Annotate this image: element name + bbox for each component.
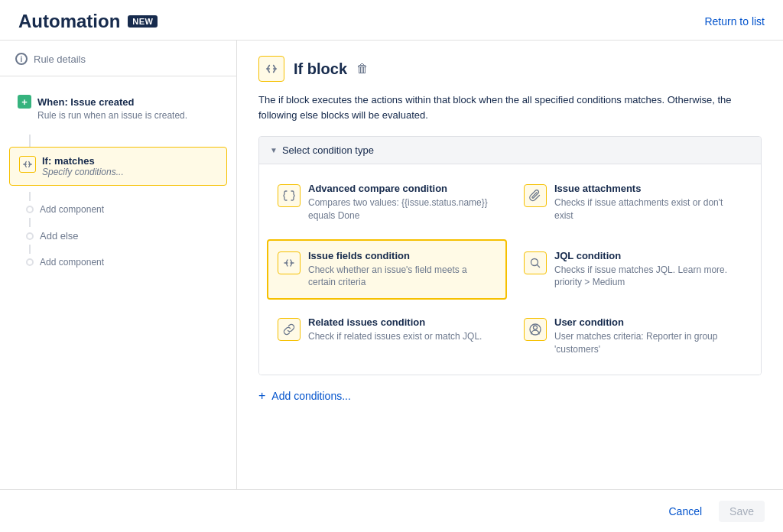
condition-card-issue-fields[interactable]: Issue fields condition Check whether an … [267,239,507,300]
panel-title: If block [294,60,347,78]
when-block[interactable]: + When: Issue created Rule is run when a… [0,87,236,128]
if-block-text: If: matches Specify conditions... [42,155,124,177]
conditions-grid: Advanced compare condition Compares two … [259,164,761,375]
add-else-dot [26,232,34,240]
when-block-header: + When: Issue created [18,95,221,109]
paperclip-icon [524,184,547,207]
related-issues-desc: Check if related issues exist or match J… [308,330,482,343]
add-component-label-1: Add component [40,204,104,215]
new-badge: NEW [128,15,158,28]
condition-card-related-issues[interactable]: Related issues condition Check if relate… [267,306,507,367]
rule-details-label: Rule details [34,54,86,65]
chevron-icon: ▼ [270,146,278,154]
related-issues-text: Related issues condition Check if relate… [308,316,482,343]
user-condition-desc: User matches criteria: Reporter in group… [554,330,742,356]
jql-text: JQL condition Checks if issue matches JQ… [554,250,742,290]
issue-fields-text: Issue fields condition Check whether an … [308,250,496,290]
add-component-row-1[interactable]: Add component [26,204,104,215]
add-component-dot-2 [26,258,34,266]
issue-attachments-desc: Checks if issue attachments exist or don… [554,196,742,222]
condition-selector-header[interactable]: ▼ Select condition type [259,137,761,164]
footer: Cancel Save [0,489,783,532]
panel-icon-box [258,56,284,82]
add-component-section-1: Add component Add else Add component [0,192,236,271]
user-condition-title: User condition [554,316,742,328]
plus-icon: + [18,95,31,109]
if-block-title: If: matches [42,155,124,167]
header: Automation NEW Return to list [0,0,783,41]
save-button[interactable]: Save [719,501,765,522]
when-description: Rule is run when an issue is created. [18,110,221,121]
user-condition-text: User condition User matches criteria: Re… [554,316,742,356]
add-conditions-row[interactable]: + Add conditions... [258,389,762,403]
issue-fields-title: Issue fields condition [308,250,496,261]
condition-card-user[interactable]: User condition User matches criteria: Re… [513,306,753,367]
condition-card-advanced-compare[interactable]: Advanced compare condition Compares two … [267,172,507,233]
if-block-sidebar-item[interactable]: If: matches Specify conditions... [9,147,227,186]
add-conditions-plus-icon: + [258,389,265,403]
add-component-row-2[interactable]: Add component [26,257,104,268]
app-title: Automation [18,11,120,32]
add-component-dot-1 [26,206,34,213]
info-icon: i [15,53,28,65]
link-icon [278,318,301,341]
advanced-compare-text: Advanced compare condition Compares two … [308,183,496,222]
condition-card-issue-attachments[interactable]: Issue attachments Checks if issue attach… [513,172,753,233]
issue-attachments-text: Issue attachments Checks if issue attach… [554,183,742,222]
add-conditions-label: Add conditions... [271,390,351,402]
advanced-compare-title: Advanced compare condition [308,183,496,194]
right-panel: If block 🗑 The if block executes the act… [237,41,783,529]
issue-attachments-title: Issue attachments [554,183,742,194]
add-else-row[interactable]: Add else [26,230,79,242]
issue-fields-desc: Check whether an issue's field meets a c… [308,264,496,290]
sidebar: i Rule details + When: Issue created Rul… [0,41,237,529]
add-component-label-2: Add component [40,257,104,268]
sidebar-items: + When: Issue created Rule is run when a… [0,76,236,281]
braces-icon [278,184,301,207]
condition-type-label: Select condition type [282,144,374,156]
connector-v-2 [29,218,31,227]
if-icon [19,156,36,173]
rule-details[interactable]: i Rule details [0,53,236,76]
arrows-icon [278,251,301,274]
delete-icon[interactable]: 🗑 [356,62,369,76]
panel-description: The if block executes the actions within… [258,92,762,122]
panel-title-row: If block 🗑 [258,56,762,82]
main-layout: i Rule details + When: Issue created Rul… [0,41,783,529]
user-icon [524,318,547,341]
cancel-button[interactable]: Cancel [659,501,711,522]
search-icon [524,251,547,274]
advanced-compare-desc: Compares two values: {{issue.status.name… [308,196,496,222]
add-else-label: Add else [40,230,79,242]
if-block-subtitle: Specify conditions... [42,167,124,177]
header-left: Automation NEW [18,11,158,32]
jql-title: JQL condition [554,250,742,261]
connector-line-1 [29,135,31,147]
connector-v-3 [29,245,31,254]
return-to-list-link[interactable]: Return to list [704,15,765,28]
when-label: When: Issue created [37,96,134,108]
condition-selector: ▼ Select condition type Advanced compare… [258,136,762,375]
related-issues-title: Related issues condition [308,316,482,328]
condition-card-jql[interactable]: JQL condition Checks if issue matches JQ… [513,239,753,300]
svg-point-1 [534,326,538,329]
connector-v-1 [29,192,31,201]
jql-desc: Checks if issue matches JQL. Learn more.… [554,264,742,290]
